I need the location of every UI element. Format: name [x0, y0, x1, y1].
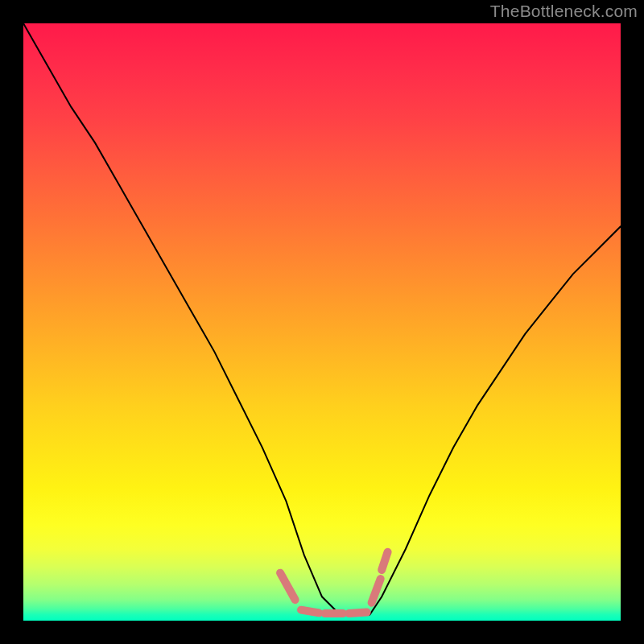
watermark-text: TheBottleneck.com	[490, 2, 638, 21]
chart-svg	[23, 23, 621, 621]
marker-dash	[382, 552, 387, 570]
marker-dash	[301, 610, 319, 613]
bottom-marker-dashes	[280, 552, 388, 613]
bottleneck-curve	[23, 23, 621, 615]
marker-dash	[349, 613, 366, 613]
marker-dash	[280, 573, 295, 600]
chart-plot-area	[23, 23, 621, 621]
chart-frame: TheBottleneck.com	[0, 0, 644, 644]
